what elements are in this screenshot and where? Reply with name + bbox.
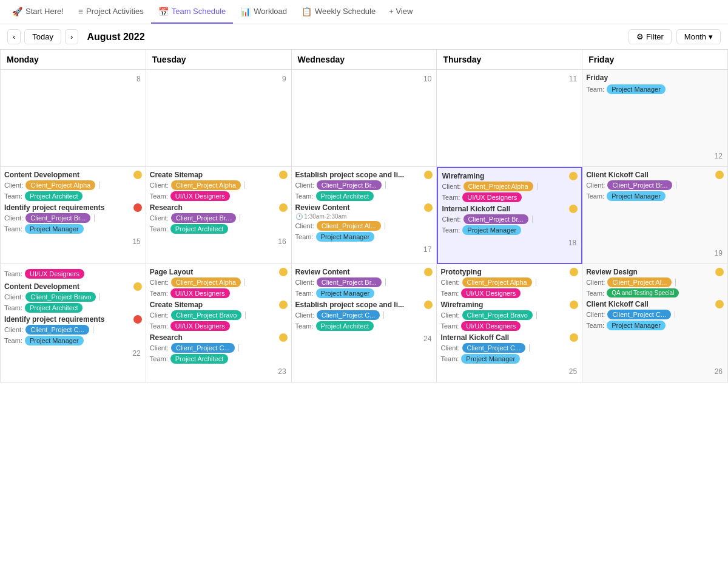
tab-project-activities[interactable]: ≡ Project Activities [71,0,151,24]
event-content-dev-22: Content Development Client: Client_Proje… [4,282,142,313]
tab-weekly-schedule[interactable]: 📋 Weekly Schedule [294,0,383,24]
tag-charlie-ik25[interactable]: Client_Project C... [462,343,526,353]
schedule-icon: 📋 [302,7,312,16]
tag-ux-22-pre[interactable]: UI/UX Designers [25,269,84,279]
event-client-row2: Client: Client_Project Br... [4,213,142,223]
day-num-11: 11 [440,73,578,87]
tag-project-manager[interactable]: Project Manager [25,224,84,234]
tag-ux-wire25[interactable]: UI/UX Designers [461,321,521,331]
next-period-button[interactable]: › [65,29,78,44]
tab-weekly-label: Weekly Schedule [315,7,376,16]
event-client-research: Client: Client_Project Br... [150,213,288,223]
tag-pm-kickoff[interactable]: Project Manager [462,225,521,235]
tab-start-here[interactable]: 🚀 Start Here! [5,0,71,24]
tag-alpha-pl[interactable]: Client_Project Alpha [171,277,241,287]
day-num-16: 16 [150,236,288,250]
event-team-establish: Team: Project Architect [295,191,433,201]
tab-team-schedule[interactable]: 📅 Team Schedule [151,0,234,24]
filter-button[interactable]: ⚙ Filter [629,29,672,44]
tag-ux-cs23[interactable]: UI/UX Designers [170,321,230,331]
tag-pm-rc24[interactable]: Project Manager [316,288,375,298]
tag-bravo-rc24[interactable]: Client_Project Br... [317,277,382,287]
tag-client-19[interactable]: Client_Project Br... [607,180,672,190]
tag-bravo-cs23[interactable]: Client_Project Bravo [171,310,241,320]
today-button[interactable]: Today [24,29,61,44]
event-create-sitemap-23: Create Sitemap Client: Client_Project Br… [150,301,288,331]
tag-ux-sitemap[interactable]: UI/UX Designers [170,191,230,201]
tag-charlie-22[interactable]: Client_Project C... [25,325,89,335]
tag-charlie-res23[interactable]: Client_Project C... [171,343,235,353]
event-client-kickoff-19: Client Kickoff Call Client: Client_Proje… [586,171,724,201]
tag-arch-research[interactable]: Project Architect [170,224,228,234]
event-team-identify22: Team: Project Manager [4,336,142,345]
tag-ux-proto25[interactable]: UI/UX Designers [461,288,521,298]
event-client-row: Client: Client_Project Alpha [4,180,142,190]
tag-qa-rd26[interactable]: QA and Testing Special [607,288,679,298]
tab-project-label: Project Activities [86,7,144,16]
tag-ux-wire[interactable]: UI/UX Designers [462,192,522,202]
day-cell-12: Friday Team: Project Manager 12 [582,70,728,167]
event-client-pl: Client: Client_Project Alpha [150,277,288,287]
event-review-content-24: Review Content Client: Client_Project Br… [295,268,433,298]
event-title-research: Research [150,203,288,212]
tag-arch-establish[interactable]: Project Architect [316,191,374,201]
tag-client-alpha[interactable]: Client_Project Alpha [25,180,95,190]
event-client-wire25: Client: Client_Project Bravo [440,310,578,320]
tag-project-architect[interactable]: Project Architect [25,191,83,201]
tag-pm-22[interactable]: Project Manager [25,336,84,345]
divider2 [94,214,95,222]
tag-bravo-22[interactable]: Client_Project Bravo [25,292,96,302]
div4 [240,214,240,222]
tag-charlie-ck26[interactable]: Client_Project C... [607,310,671,319]
tag-alpha-wire[interactable]: Client_Project Alpha [463,182,533,191]
day-cell-23: Page Layout Client: Client_Project Alpha… [146,264,292,382]
tag-pm-ik25[interactable]: Project Manager [461,354,520,364]
tag-bravo-wire25[interactable]: Client_Project Bravo [462,310,533,320]
event-internal-kickoff-25: Internal Kickoff Call Client: Client_Pro… [440,333,578,364]
tag-pm-19[interactable]: Project Manager [607,191,666,201]
event-client-establish: Client: Client_Project Br... [295,180,433,190]
tag-bravo-establish[interactable]: Client_Project Br... [317,180,382,190]
tag-arch-est24[interactable]: Project Architect [316,321,374,331]
tab-workload[interactable]: 📊 Workload [233,0,294,24]
tag-charlie-est24[interactable]: Client_Project C... [317,310,380,320]
time-note: 🕐 1:30am-2:30am [295,213,433,220]
event-title-wireframe: Wireframing [442,172,578,180]
tag-pm-ck26[interactable]: Project Manager [607,321,666,330]
day-cell-11: 11 [437,70,582,167]
tag-bravo-kickoff[interactable]: Client_Project Br... [463,214,528,224]
dot-yellow-22 [133,282,142,291]
event-title-client-kickoff19: Client Kickoff Call [586,171,724,179]
event-client-identify22: Client: Client_Project C... [4,325,142,335]
tag-client-bravo[interactable]: Client_Project Br... [25,213,90,223]
tag-alpha-sitemap[interactable]: Client_Project Alpha [171,180,241,190]
event-title-cs23: Create Sitemap [150,301,288,309]
dot-yellow-pl [279,268,288,276]
tag-pm-review[interactable]: Project Manager [316,232,375,242]
dot-yellow-research [279,203,288,212]
tag-alpha-rd26[interactable]: Client_Project Al... [607,277,672,287]
div16 [383,311,384,319]
event-title-sitemap: Create Sitemap [150,171,288,179]
day-num-25: 25 [440,366,578,379]
tag-project-manager-top[interactable]: Project Manager [607,84,666,94]
tab-add-view[interactable]: + View [383,0,419,24]
event-team-row2: Team: Project Manager [4,224,142,234]
tag-bravo-research[interactable]: Client_Project Br... [171,213,236,223]
day-num-17: 17 [295,244,433,257]
event-client-ik25: Client: Client_Project C... [440,343,578,353]
event-team-cs23: Team: UI/UX Designers [150,321,288,331]
event-client-proto25: Client: Client_Project Alpha [440,277,578,287]
tag-arch-22[interactable]: Project Architect [25,303,83,313]
tag-alpha-review[interactable]: Client_Project Al... [317,221,381,231]
tag-alpha-proto25[interactable]: Client_Project Alpha [462,277,532,287]
month-view-button[interactable]: Month ▾ [676,29,721,44]
tag-arch-res23[interactable]: Project Architect [170,354,228,364]
tag-ux-pl[interactable]: UI/UX Designers [170,288,230,298]
day-num-12: 12 [713,151,724,164]
dot-yellow [133,171,142,179]
prev-period-button[interactable]: ‹ [7,29,21,44]
event-team-kickoff: Team: Project Manager [442,225,578,235]
day-num-9: 9 [150,73,288,87]
dot-yellow-kickoff [569,205,578,213]
